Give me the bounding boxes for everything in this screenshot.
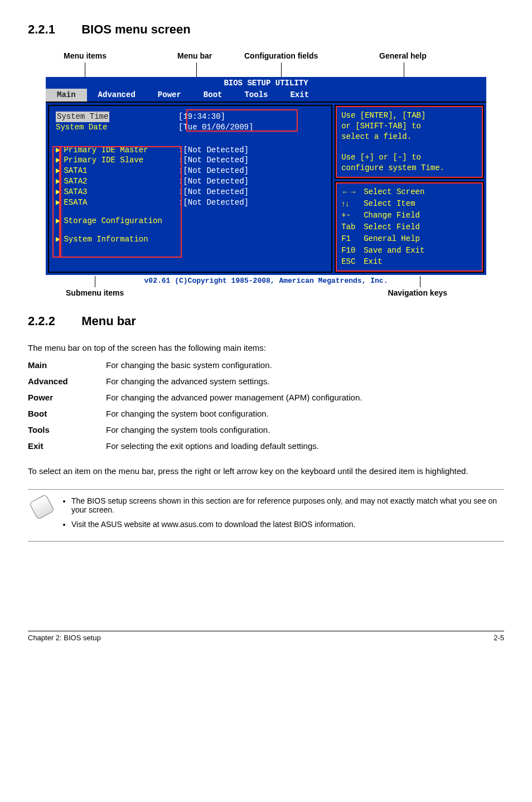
opt-desc: For changing the system tools configurat… xyxy=(106,422,372,438)
note-box: The BIOS setup screens shown in this sec… xyxy=(28,489,504,542)
opt-desc: For selecting the exit options and loadi… xyxy=(106,438,372,454)
desc: Exit xyxy=(364,257,477,267)
row-val: :[Not Detected] xyxy=(178,155,249,166)
footer-left: Chapter 2: BIOS setup xyxy=(28,634,101,642)
desc: Select Screen xyxy=(364,187,477,197)
opt-key: Boot xyxy=(28,405,106,422)
pencil-icon xyxy=(29,494,55,520)
key: ESC xyxy=(341,257,364,267)
callout-menu-items xyxy=(60,146,182,258)
opt-desc: For changing the advanced system setting… xyxy=(106,373,372,389)
bios-tab-advanced: Advanced xyxy=(87,89,147,102)
annot-general-help: General help xyxy=(379,51,427,60)
footer-right: 2-5 xyxy=(494,634,504,642)
annotation-top-row: Menu items Menu bar Configuration fields… xyxy=(46,51,486,77)
key: ←→ xyxy=(341,187,364,197)
help-line: Use [+] or [-] to xyxy=(341,152,477,163)
bios-help-top: Use [ENTER], [TAB] or [SHIFT-TAB] to sel… xyxy=(335,105,484,179)
section-heading-2: 2.2.2 Menu bar xyxy=(28,314,504,328)
row-val: :[Not Detected] xyxy=(178,176,249,187)
help-line: select a field. xyxy=(341,132,477,142)
opt-key: Exit xyxy=(28,438,106,454)
annot-menu-items: Menu items xyxy=(64,51,107,60)
help-line: Use [ENTER], [TAB] xyxy=(341,110,477,121)
page-footer: Chapter 2: BIOS setup 2-5 xyxy=(28,631,504,642)
bios-box: BIOS SETUP UTILITY Main Advanced Power B… xyxy=(46,77,486,287)
bios-tab-boot: Boot xyxy=(192,89,234,102)
options-table: MainFor changing the basic system config… xyxy=(28,357,372,454)
annot-menu-bar: Menu bar xyxy=(177,51,212,60)
bios-tab-main: Main xyxy=(46,89,87,102)
bios-tabs: Main Advanced Power Boot Tools Exit xyxy=(46,89,486,103)
opt-desc: For changing the basic system configurat… xyxy=(106,357,372,373)
desc: Select Item xyxy=(364,199,477,209)
section-title-2: Menu bar xyxy=(81,314,136,328)
desc: Select Field xyxy=(364,222,477,233)
bios-tab-exit: Exit xyxy=(279,89,320,102)
callout-config-fields xyxy=(186,109,298,132)
annot-config-fields: Configuration fields xyxy=(244,51,318,60)
desc: General Help xyxy=(364,234,477,244)
desc: Change Field xyxy=(364,210,477,221)
opt-key: Advanced xyxy=(28,373,106,389)
help-line: configure system Time. xyxy=(341,163,477,173)
key: +- xyxy=(341,210,364,221)
annot-submenu-items: Submenu items xyxy=(66,288,124,297)
bios-right-pane: Use [ENTER], [TAB] or [SHIFT-TAB] to sel… xyxy=(335,105,484,273)
opt-key: Tools xyxy=(28,422,106,438)
key: Tab xyxy=(341,222,364,233)
opt-desc: For changing the system boot configurati… xyxy=(106,405,372,422)
bios-tab-tools: Tools xyxy=(233,89,279,102)
note-item: The BIOS setup screens shown in this sec… xyxy=(71,496,499,514)
row-val: :[Not Detected] xyxy=(178,145,249,156)
section-num-2: 2.2.2 xyxy=(28,314,78,328)
row-val: :[Not Detected] xyxy=(178,197,249,208)
menubar-lead: The menu bar on top of the screen has th… xyxy=(28,343,504,352)
key: ↑↓ xyxy=(341,199,364,209)
para-after: To select an item on the menu bar, press… xyxy=(28,466,504,476)
bios-help-keys: ←→Select Screen ↑↓Select Item +-Change F… xyxy=(335,181,484,273)
note-item: Visit the ASUS website at www.asus.com t… xyxy=(71,520,499,529)
key: F10 xyxy=(341,245,364,256)
bios-tab-power: Power xyxy=(147,89,192,102)
system-time-label: System Time xyxy=(56,112,109,122)
opt-key: Main xyxy=(28,357,106,373)
row-val: :[Not Detected] xyxy=(178,187,249,197)
bios-title: BIOS SETUP UTILITY xyxy=(46,77,486,89)
desc: Save and Exit xyxy=(364,245,477,256)
section-num-1: 2.2.1 xyxy=(28,22,78,37)
section-title-1: BIOS menu screen xyxy=(81,22,191,36)
section-heading-1: 2.2.1 BIOS menu screen xyxy=(28,22,504,37)
key: F1 xyxy=(341,234,364,244)
system-date-label: System Date xyxy=(56,122,178,133)
help-line xyxy=(341,142,477,152)
help-line: or [SHIFT-TAB] to xyxy=(341,121,477,132)
opt-desc: For changing the advanced power manageme… xyxy=(106,389,372,405)
callout-submenu-items xyxy=(52,146,60,258)
opt-key: Power xyxy=(28,389,106,405)
annot-nav-keys: Navigation keys xyxy=(388,288,447,297)
row-val: :[Not Detected] xyxy=(178,166,249,176)
bios-left-pane: System Time [19:34:30] System Date [Tue … xyxy=(48,105,332,273)
